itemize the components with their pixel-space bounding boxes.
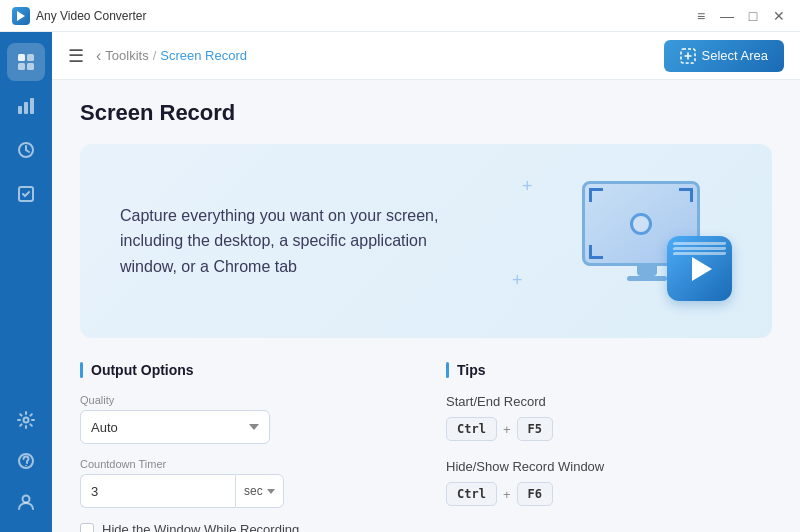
shortcut-plus-1: +	[503, 422, 511, 437]
sidebar-item-home[interactable]	[7, 43, 45, 81]
svg-rect-3	[18, 63, 25, 70]
hamburger-menu-btn[interactable]: ≡	[692, 7, 710, 25]
app-logo: Any Video Converter	[12, 7, 147, 25]
clapper-line-1	[672, 242, 726, 245]
shortcut-start-end: Ctrl + F5	[446, 417, 772, 441]
app-title: Any Video Converter	[36, 9, 147, 23]
corner-bl	[589, 245, 603, 259]
svg-rect-5	[18, 106, 22, 114]
tips-label: Tips	[457, 362, 486, 378]
svg-rect-7	[30, 98, 34, 114]
nav-hamburger-icon[interactable]: ☰	[68, 45, 84, 67]
breadcrumb-separator: /	[153, 48, 157, 63]
nav-bar: ☰ ‹ Toolkits / Screen Record Select Area	[52, 32, 800, 80]
tip-start-end: Start/End Record Ctrl + F5	[446, 394, 772, 441]
sidebar-item-user[interactable]	[7, 483, 45, 521]
timer-unit-select[interactable]: sec	[235, 474, 284, 508]
countdown-label: Countdown Timer	[80, 458, 406, 470]
shortcut-ctrl-key-2: Ctrl	[446, 482, 497, 506]
banner-description: Capture everything you want on your scre…	[120, 203, 480, 280]
content-area: ☰ ‹ Toolkits / Screen Record Select Area…	[52, 32, 800, 532]
timer-unit-label: sec	[244, 484, 263, 498]
tips-section-bar	[446, 362, 449, 378]
title-bar: Any Video Converter ≡ — □ ✕	[0, 0, 800, 32]
logo-icon	[12, 7, 30, 25]
hide-window-checkbox[interactable]	[80, 523, 94, 533]
shortcut-plus-2: +	[503, 487, 511, 502]
corner-tr	[679, 188, 693, 202]
timer-dropdown-icon	[267, 489, 275, 494]
checkbox-group: Hide the Window While Recording Record A…	[80, 522, 406, 532]
plus-decoration-1: +	[522, 176, 533, 197]
plus-decoration-2: +	[512, 270, 523, 291]
shortcut-ctrl-key: Ctrl	[446, 417, 497, 441]
minimize-btn[interactable]: —	[718, 7, 736, 25]
sidebar-item-chart[interactable]	[7, 87, 45, 125]
sidebar-item-help[interactable]	[7, 442, 45, 480]
breadcrumb-current: Screen Record	[160, 48, 247, 63]
clapper-line-3	[672, 252, 726, 255]
app-body: ☰ ‹ Toolkits / Screen Record Select Area…	[0, 32, 800, 532]
section-bar	[80, 362, 83, 378]
play-icon	[692, 257, 712, 281]
nav-back-btn[interactable]: ‹	[96, 47, 101, 65]
video-play-badge	[667, 236, 732, 301]
monitor-stand	[637, 266, 657, 276]
output-options-header: Output Options	[80, 362, 406, 378]
sidebar-item-history[interactable]	[7, 131, 45, 169]
banner: Capture everything you want on your scre…	[80, 144, 772, 338]
countdown-input[interactable]	[80, 474, 235, 508]
svg-rect-6	[24, 102, 28, 114]
svg-rect-2	[27, 54, 34, 61]
quality-select[interactable]: Auto High Medium Low	[80, 410, 270, 444]
shortcut-f5-key: F5	[517, 417, 553, 441]
select-area-button[interactable]: Select Area	[664, 40, 785, 72]
sidebar-item-tasks[interactable]	[7, 175, 45, 213]
shortcut-f6-key: F6	[517, 482, 553, 506]
select-area-label: Select Area	[702, 48, 769, 63]
clapper-line-2	[672, 247, 726, 250]
banner-illustration: + +	[512, 176, 732, 306]
svg-point-12	[25, 465, 27, 467]
sidebar	[0, 32, 52, 532]
sidebar-bottom	[7, 398, 45, 524]
tip-start-end-label: Start/End Record	[446, 394, 772, 409]
hide-window-label: Hide the Window While Recording	[102, 522, 299, 532]
timer-row: sec	[80, 474, 406, 508]
breadcrumb-parent[interactable]: Toolkits	[105, 48, 148, 63]
svg-point-13	[23, 496, 30, 503]
options-row: Output Options Quality Auto High Medium …	[80, 362, 772, 532]
maximize-btn[interactable]: □	[744, 7, 762, 25]
quality-label: Quality	[80, 394, 406, 406]
close-btn[interactable]: ✕	[770, 7, 788, 25]
hide-window-checkbox-item[interactable]: Hide the Window While Recording	[80, 522, 406, 532]
monitor-base	[627, 276, 667, 281]
quality-group: Quality Auto High Medium Low	[80, 394, 406, 444]
tips-header: Tips	[446, 362, 772, 378]
clapper-lines	[667, 242, 732, 255]
tips-section: Tips Start/End Record Ctrl + F5 Hide/Sho…	[446, 362, 772, 532]
tip-hide-show: Hide/Show Record Window Ctrl + F6	[446, 459, 772, 506]
svg-marker-0	[17, 11, 25, 21]
corner-tl	[589, 188, 603, 202]
svg-rect-4	[27, 63, 34, 70]
sidebar-item-settings[interactable]	[7, 401, 45, 439]
output-options-section: Output Options Quality Auto High Medium …	[80, 362, 406, 532]
page-title: Screen Record	[80, 100, 772, 126]
svg-point-10	[24, 418, 29, 423]
countdown-group: Countdown Timer sec	[80, 458, 406, 508]
window-controls: ≡ — □ ✕	[692, 7, 788, 25]
shortcut-hide-show: Ctrl + F6	[446, 482, 772, 506]
output-options-label: Output Options	[91, 362, 194, 378]
tip-hide-show-label: Hide/Show Record Window	[446, 459, 772, 474]
svg-rect-1	[18, 54, 25, 61]
breadcrumb: Toolkits / Screen Record	[105, 48, 247, 63]
main-content: Screen Record Capture everything you wan…	[52, 80, 800, 532]
